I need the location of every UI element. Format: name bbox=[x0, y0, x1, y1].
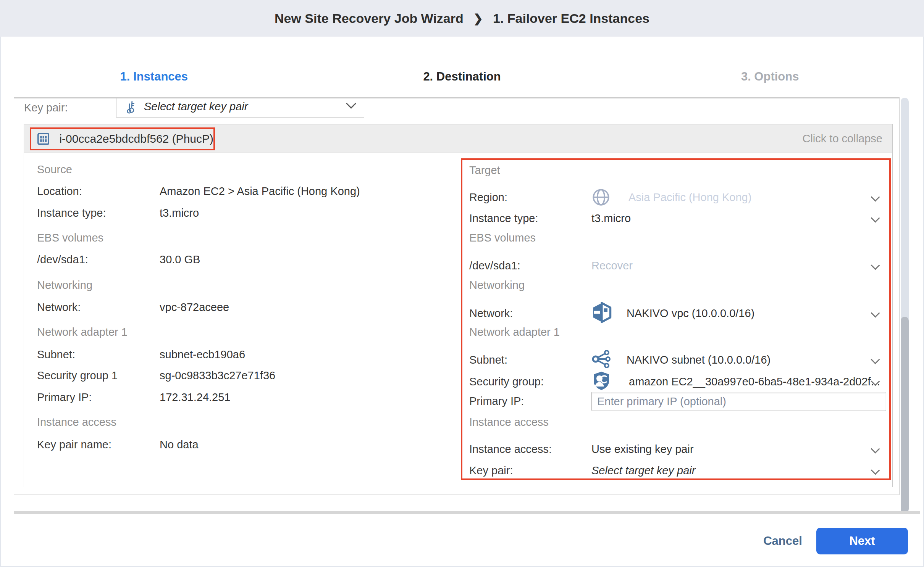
instance-panel-header[interactable]: i-00cca2e5bdcdbf562 (PhucP) Click to col… bbox=[24, 124, 892, 153]
content-frame: Key pair: Select target key pair bbox=[14, 97, 900, 495]
vertical-scrollbar[interactable] bbox=[901, 98, 909, 513]
source-key-pair-label: Key pair name: bbox=[37, 436, 111, 453]
source-location-value: Amazon EC2 > Asia Pacific (Hong Kong) bbox=[160, 183, 360, 200]
source-network-value: vpc-872aceee bbox=[160, 299, 229, 316]
target-subnet-select[interactable]: NAKIVO subnet (10.0.0.0/16) bbox=[627, 351, 771, 368]
target-security-group-select[interactable]: amazon EC2__30a997e0-6ba5-48e1-934a-2d02… bbox=[629, 373, 880, 390]
step-title: 1. Failover EC2 Instances bbox=[493, 11, 649, 26]
target-region-label: Region: bbox=[469, 189, 507, 206]
target-instance-access-select[interactable]: Use existing key pair bbox=[591, 441, 694, 457]
target-instance-access-heading: Instance access bbox=[469, 414, 549, 430]
target-instance-access-label: Instance access: bbox=[469, 441, 552, 457]
target-key-pair-label: Key pair: bbox=[469, 462, 513, 479]
tab-instances[interactable]: 1. Instances bbox=[0, 61, 308, 92]
chevron-down-icon bbox=[871, 308, 880, 317]
instance-panel: i-00cca2e5bdcdbf562 (PhucP) Click to col… bbox=[24, 124, 893, 487]
primary-ip-input[interactable] bbox=[591, 392, 886, 411]
target-networking-heading: Networking bbox=[469, 277, 525, 293]
target-instance-type-label: Instance type: bbox=[469, 210, 538, 227]
target-primary-ip-label: Primary IP: bbox=[469, 393, 524, 409]
source-primary-ip-value: 172.31.24.251 bbox=[160, 389, 230, 406]
source-subnet-value: subnet-ecb190a6 bbox=[160, 346, 245, 363]
collapse-hint: Click to collapse bbox=[802, 124, 882, 153]
source-volume-value: 30.0 GB bbox=[160, 251, 200, 268]
breadcrumb-separator-icon: ❯ bbox=[473, 12, 483, 25]
source-ebs-heading: EBS volumes bbox=[37, 229, 103, 246]
target-ebs-heading: EBS volumes bbox=[469, 229, 536, 246]
key-pair-label: Key pair: bbox=[24, 99, 68, 116]
chevron-down-icon bbox=[871, 192, 880, 201]
chevron-down-icon bbox=[871, 261, 880, 270]
wizard-steps: 1. Instances 2. Destination 3. Options bbox=[0, 61, 924, 92]
chevron-down-icon bbox=[346, 98, 356, 109]
instance-highlight-box: i-00cca2e5bdcdbf562 (PhucP) bbox=[30, 127, 215, 150]
source-primary-ip-label: Primary IP: bbox=[37, 389, 92, 406]
wizard-window: New Site Recovery Job Wizard ❯ 1. Failov… bbox=[0, 0, 924, 567]
source-networking-heading: Networking bbox=[37, 277, 92, 293]
source-subnet-label: Subnet: bbox=[37, 346, 75, 363]
vpc-icon bbox=[591, 302, 613, 323]
tab-options: 3. Options bbox=[616, 61, 924, 92]
target-key-pair-select[interactable]: Select target key pair bbox=[591, 462, 695, 479]
subnet-icon bbox=[591, 349, 611, 369]
content-bottom-divider bbox=[14, 511, 920, 514]
security-group-icon bbox=[591, 371, 611, 391]
source-instance-access-heading: Instance access bbox=[37, 414, 116, 430]
target-instance-type-select[interactable]: t3.micro bbox=[591, 210, 631, 227]
source-key-pair-value: No data bbox=[160, 436, 199, 453]
cancel-button[interactable]: Cancel bbox=[758, 532, 808, 550]
chevron-down-icon bbox=[871, 213, 880, 222]
next-button[interactable]: Next bbox=[816, 528, 908, 554]
target-heading: Target bbox=[469, 162, 500, 179]
source-network-label: Network: bbox=[37, 299, 81, 316]
target-subnet-label: Subnet: bbox=[469, 351, 507, 368]
globe-icon bbox=[591, 188, 611, 207]
source-security-group-value: sg-0c9833b3c27e71f36 bbox=[160, 367, 275, 384]
scrollbar-thumb[interactable] bbox=[901, 317, 909, 513]
instance-title: i-00cca2e5bdcdbf562 (PhucP) bbox=[59, 132, 213, 145]
source-location-label: Location: bbox=[37, 183, 82, 200]
source-security-group-label: Security group 1 bbox=[37, 367, 118, 384]
target-volume-label: /dev/sda1: bbox=[469, 257, 520, 274]
tab-destination[interactable]: 2. Destination bbox=[308, 61, 616, 92]
source-heading: Source bbox=[37, 161, 72, 178]
source-instance-type-label: Instance type: bbox=[37, 205, 106, 221]
chevron-down-icon bbox=[871, 466, 880, 475]
target-volume-select[interactable]: Recover bbox=[591, 257, 633, 274]
wizard-header: New Site Recovery Job Wizard ❯ 1. Failov… bbox=[0, 0, 924, 37]
key-pair-icon bbox=[125, 100, 139, 114]
chevron-down-icon bbox=[871, 355, 880, 364]
target-network-select[interactable]: NAKIVO vpc (10.0.0.0/16) bbox=[627, 305, 754, 322]
source-instance-type-value: t3.micro bbox=[160, 205, 199, 221]
key-pair-select-value: Select target key pair bbox=[144, 100, 248, 113]
ec2-instance-icon bbox=[37, 130, 49, 148]
key-pair-select[interactable]: Select target key pair bbox=[116, 97, 364, 118]
source-volume-label: /dev/sda1: bbox=[37, 251, 88, 268]
target-network-label: Network: bbox=[469, 305, 513, 322]
target-adapter-heading: Network adapter 1 bbox=[469, 324, 560, 340]
wizard-title: New Site Recovery Job Wizard bbox=[275, 11, 464, 26]
source-adapter-heading: Network adapter 1 bbox=[37, 324, 128, 340]
chevron-down-icon bbox=[871, 444, 880, 453]
target-security-group-label: Security group: bbox=[469, 373, 544, 390]
target-region-select: Asia Pacific (Hong Kong) bbox=[628, 189, 751, 206]
